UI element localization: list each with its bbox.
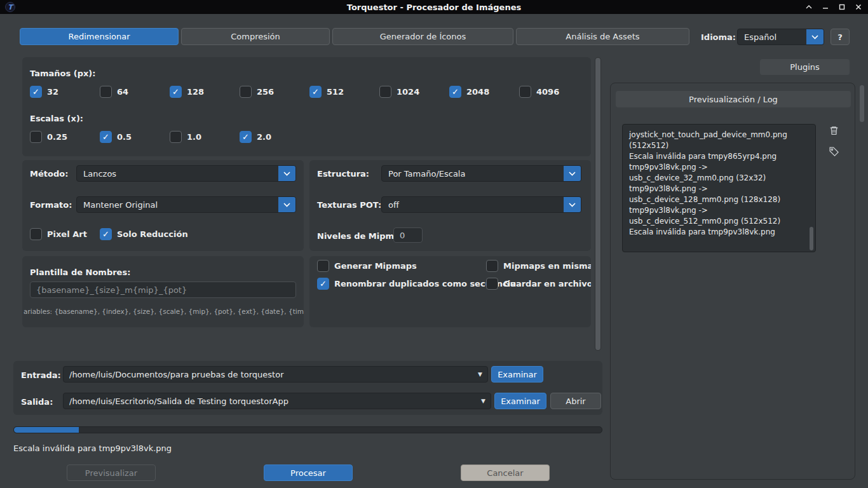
help-button[interactable]: ? (831, 29, 850, 45)
preview-button[interactable]: Previsualizar (67, 464, 156, 481)
generar-mipmaps-checkbox[interactable]: Generar Mipmaps (317, 260, 417, 272)
scrollbar-thumb[interactable] (595, 58, 600, 350)
checkbox-icon[interactable] (170, 131, 182, 143)
chevron-down-icon[interactable] (806, 29, 824, 44)
checkbox-label: Solo Reducción (117, 229, 188, 239)
checkbox-icon[interactable] (30, 131, 42, 143)
size-option-128[interactable]: 128 (170, 86, 240, 98)
naming-group: Plantilla de Nombres: {basename}_{size}_… (22, 256, 304, 327)
language-dropdown[interactable]: Español (737, 29, 824, 45)
size-option-2048[interactable]: 2048 (449, 86, 519, 98)
size-option-512[interactable]: 512 (309, 86, 379, 98)
cancel-button[interactable]: Cancelar (461, 464, 550, 481)
sizes-label: Tamaños (px): (30, 69, 96, 78)
tab-redimensionar[interactable]: Redimensionar (20, 28, 179, 45)
right-scrollbar-thumb[interactable] (860, 85, 864, 122)
checkbox-icon[interactable] (486, 278, 498, 290)
app-window: T Torquestor - Procesador de Imágenes Re… (0, 0, 868, 488)
maximize-icon[interactable] (837, 3, 846, 11)
dropdown-value: off (382, 200, 564, 210)
checkbox-icon[interactable] (240, 131, 252, 143)
checkbox-icon[interactable] (30, 86, 42, 98)
checkbox-icon[interactable] (100, 131, 112, 143)
chevron-down-icon[interactable] (278, 197, 295, 212)
size-option-32[interactable]: 32 (30, 86, 100, 98)
process-button[interactable]: Procesar (264, 464, 353, 481)
log-entry: Escala inválida para tmp9pv3l8vk.png (629, 227, 806, 238)
dropdown-arrow-icon[interactable] (478, 371, 482, 377)
sizes-scales-group: Tamaños (px): 32 64 128 256 512 1024 204… (22, 57, 591, 156)
shade-window-icon[interactable] (804, 3, 813, 11)
output-path-combo[interactable]: /home/luis/Escritorio/Salida de Testing … (63, 393, 491, 409)
output-path-value: /home/luis/Escritorio/Salida de Testing … (69, 396, 288, 406)
size-option-64[interactable]: 64 (100, 86, 170, 98)
window-title: Torquestor - Procesador de Imágenes (0, 3, 868, 12)
log-list[interactable]: joystick_not_touch_pad_device_mm0.png (5… (622, 124, 816, 252)
preview-log-panel: Previsualización / Log joystick_not_touc… (610, 83, 855, 480)
size-option-4096[interactable]: 4096 (519, 86, 589, 98)
checkbox-icon[interactable] (170, 86, 182, 98)
solo-reduccion-checkbox[interactable]: Solo Reducción (100, 228, 188, 240)
template-input[interactable]: {basename}_{size}_m{mip}_{pot} (30, 281, 296, 298)
mipmap-levels-spinner[interactable]: 0 (393, 227, 423, 243)
size-option-1024[interactable]: 1024 (379, 86, 449, 98)
checkbox-icon[interactable] (519, 86, 531, 98)
template-value: {basename}_{size}_m{mip}_{pot} (36, 285, 187, 295)
checkbox-icon[interactable] (379, 86, 391, 98)
checkbox-icon[interactable] (317, 260, 329, 272)
log-scrollbar[interactable] (810, 227, 813, 250)
chevron-down-icon[interactable] (564, 166, 581, 181)
checkbox-icon[interactable] (486, 260, 498, 272)
close-icon[interactable] (854, 3, 863, 11)
dropdown-arrow-icon[interactable] (481, 398, 485, 404)
log-entry: joystick_not_touch_pad_device_mm0.png (5… (629, 130, 806, 151)
window-controls (804, 0, 863, 14)
checkbox-icon[interactable] (100, 228, 112, 240)
checkbox-icon[interactable] (30, 228, 42, 240)
tab-generador-iconos[interactable]: Generador de Íconos (332, 28, 513, 45)
checkbox-icon[interactable] (100, 86, 112, 98)
checkbox-icon[interactable] (449, 86, 461, 98)
scale-option-10[interactable]: 1.0 (170, 131, 240, 143)
delete-log-icon[interactable] (828, 125, 839, 136)
pixel-art-checkbox[interactable]: Pixel Art (30, 228, 87, 240)
dropdown-value: Lanczos (77, 169, 278, 179)
main-tabs: Redimensionar Compresión Generador de Íc… (20, 28, 689, 45)
checkbox-label: 32 (47, 87, 58, 97)
scales-row: 0.25 0.5 1.0 2.0 (30, 131, 309, 143)
checkbox-icon[interactable] (309, 86, 322, 98)
size-option-256[interactable]: 256 (240, 86, 309, 98)
mipmaps-misma-carpeta-checkbox[interactable]: Mipmaps en misma carpeta (486, 260, 591, 272)
plugins-button[interactable]: Plugins (760, 59, 850, 75)
method-dropdown[interactable]: Lanczos (76, 165, 296, 182)
log-entry: tmp9pv3l8vk.png -> usb_c_device_512_mm0.… (629, 205, 806, 227)
checkbox-icon[interactable] (240, 86, 252, 98)
pot-dropdown[interactable]: off (381, 196, 581, 213)
scale-option-05[interactable]: 0.5 (100, 131, 170, 143)
open-output-button[interactable]: Abrir (550, 393, 601, 409)
output-browse-button[interactable]: Examinar (494, 393, 546, 409)
chevron-down-icon[interactable] (564, 197, 581, 212)
left-panel-scrollbar[interactable] (595, 57, 601, 351)
structure-dropdown[interactable]: Por Tamaño/Escala (381, 165, 581, 182)
format-label: Formato: (30, 200, 72, 210)
scale-option-20[interactable]: 2.0 (240, 131, 309, 143)
input-path-combo[interactable]: /home/luis/Documentos/para pruebas de to… (63, 366, 488, 383)
options-group: Generar Mipmaps Mipmaps en misma carpeta… (309, 256, 591, 327)
guardar-zip-checkbox[interactable]: Guardar en archivo ZIP (486, 278, 591, 290)
checkbox-label: 256 (257, 87, 274, 97)
chevron-down-icon[interactable] (278, 166, 295, 181)
scale-option-025[interactable]: 0.25 (30, 131, 100, 143)
tag-icon[interactable] (828, 146, 839, 157)
minimize-icon[interactable] (821, 3, 830, 11)
format-dropdown[interactable]: Mantener Original (76, 196, 296, 213)
tab-analisis-assets[interactable]: Análisis de Assets (516, 28, 689, 45)
preview-log-header[interactable]: Previsualización / Log (616, 91, 851, 107)
checkbox-label: 4096 (536, 87, 559, 97)
log-entry: tmp9pv3l8vk.png -> usb_c_device_128_mm0.… (629, 184, 806, 205)
checkbox-label: 64 (117, 87, 128, 97)
checkbox-label: 1024 (397, 87, 419, 97)
input-browse-button[interactable]: Examinar (491, 366, 543, 383)
tab-compresion[interactable]: Compresión (181, 28, 330, 45)
checkbox-icon[interactable] (317, 278, 329, 290)
